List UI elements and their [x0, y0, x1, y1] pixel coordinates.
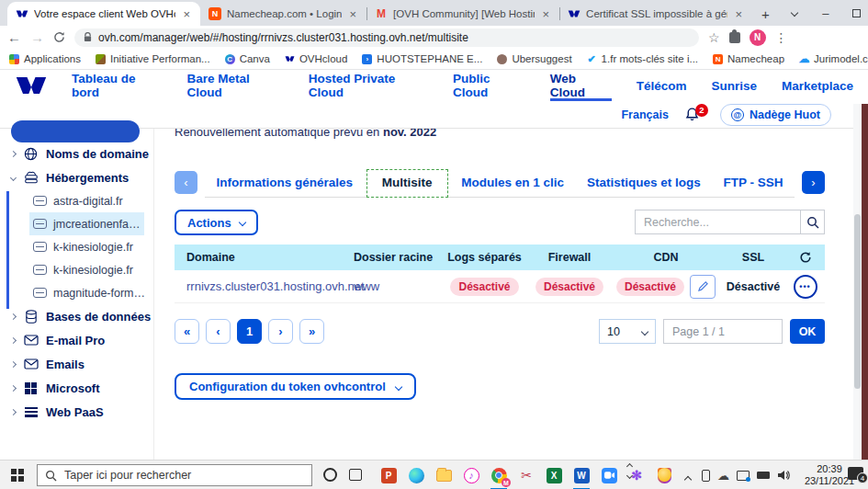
ok-button[interactable]: OK [790, 319, 825, 344]
taskbar-word-icon[interactable]: W [568, 461, 595, 489]
profile-avatar[interactable]: N [750, 29, 766, 46]
sidebar-scrolled-button[interactable] [11, 120, 140, 142]
your-phone-icon[interactable] [702, 470, 710, 482]
nav-telecom[interactable]: Télécom [637, 70, 687, 101]
kebab-menu-icon[interactable]: ⋮ [775, 30, 788, 45]
sidebar-hosting-jmcreation[interactable]: jmcreationenfa… [29, 212, 144, 235]
page-number-input[interactable] [663, 319, 783, 344]
prev-page-button[interactable]: ‹ [206, 319, 231, 344]
back-icon[interactable]: ← [7, 30, 21, 44]
nav-tableau-de-bord[interactable]: Tableau de bord [72, 70, 163, 101]
weather-icon[interactable] [658, 468, 671, 482]
bookmark-ubersuggest[interactable]: Ubersuggest [497, 53, 571, 64]
task-view-button[interactable] [349, 469, 362, 481]
ovhcloud-logo[interactable] [15, 75, 48, 96]
nav-sunrise[interactable]: Sunrise [711, 70, 757, 101]
tab-modules-1-clic[interactable]: Modules en 1 clic [452, 170, 573, 197]
tabs-scroll-right-button[interactable]: › [802, 171, 825, 194]
taskbar-excel-icon[interactable]: X [540, 461, 568, 489]
forward-icon[interactable]: → [30, 30, 44, 44]
refresh-button[interactable] [785, 251, 825, 264]
bookmark-star-icon[interactable]: ☆ [708, 30, 720, 45]
search-button[interactable] [800, 210, 824, 233]
nav-marketplace[interactable]: Marketplace [782, 70, 853, 101]
action-center-button[interactable]: 4 [848, 467, 863, 480]
scrollbar-thumb[interactable] [854, 214, 861, 389]
page-size-select[interactable]: 10 [599, 319, 656, 344]
new-tab-icon[interactable]: + [761, 6, 770, 22]
taskbar-search-input[interactable] [64, 469, 304, 482]
actions-dropdown-button[interactable]: Actions [175, 210, 258, 235]
extensions-icon[interactable] [729, 32, 740, 43]
sidebar-item-databases[interactable]: Bases de données [0, 304, 153, 328]
current-page-button[interactable]: 1 [237, 319, 262, 344]
token-config-button[interactable]: Configuration du token ovhcontrol [175, 373, 416, 400]
taskbar-powerpoint-icon[interactable]: P [375, 461, 402, 489]
nav-public-cloud[interactable]: Public Cloud [453, 70, 525, 101]
cortana-button[interactable] [323, 468, 337, 482]
taskbar-edge-icon[interactable] [402, 461, 430, 489]
sidebar-hosting-kkinesiologie-2[interactable]: k-kinesiologie.fr [29, 258, 153, 281]
bookmark-applications[interactable]: Applications [9, 53, 81, 64]
browser-tab-community[interactable]: M [OVH Community] [Web Hosting × [366, 2, 559, 26]
taskbar-zoom-icon[interactable] [595, 461, 623, 489]
tab-statistiques-logs[interactable]: Statistiques et logs [578, 170, 710, 197]
sidebar-hosting-kkinesiologie-1[interactable]: k-kinesiologie.fr [29, 235, 153, 258]
close-icon[interactable]: × [733, 7, 744, 21]
window-menu-icon[interactable] [779, 0, 810, 26]
volume-icon[interactable] [777, 470, 790, 481]
browser-tab-ssl[interactable]: Certificat SSL impossible à génér × [559, 2, 752, 26]
tabs-scroll-left-button[interactable]: ‹ [175, 171, 197, 194]
notifications-button[interactable]: 2 [685, 107, 704, 123]
browser-tab-ovh-manager[interactable]: Votre espace client Web OVHclou × [7, 2, 200, 26]
close-icon[interactable]: × [181, 7, 192, 21]
page-scrollbar[interactable] [853, 104, 862, 460]
start-button[interactable] [11, 469, 24, 482]
taskbar-scroll-chevrons[interactable] [627, 464, 632, 478]
close-icon[interactable]: × [540, 7, 551, 21]
taskbar-chrome-icon[interactable]: M [485, 461, 513, 489]
language-selector[interactable]: Français [621, 108, 668, 121]
browser-tab-namecheap[interactable]: N Namecheap.com • Login × [200, 2, 366, 26]
display-icon[interactable] [737, 471, 750, 481]
edit-cdn-button[interactable] [690, 275, 716, 299]
sidebar-item-hostings[interactable]: Hébergements [0, 165, 153, 189]
nav-hosted-private-cloud[interactable]: Hosted Private Cloud [309, 70, 428, 101]
battery-icon[interactable] [757, 472, 770, 479]
sidebar-item-web-paas[interactable]: Web PaaS [0, 400, 153, 424]
row-more-button[interactable]: ••• [794, 275, 817, 299]
last-page-button[interactable]: » [299, 319, 324, 344]
tab-multisite[interactable]: Multisite [366, 169, 448, 198]
sidebar-item-emails[interactable]: Emails [0, 352, 153, 376]
bookmark-huotstephane[interactable]: ›HUOTSTEPHANE E... [362, 53, 482, 64]
tab-informations-generales[interactable]: Informations générales [207, 170, 362, 197]
close-icon[interactable]: × [347, 7, 358, 21]
sidebar-item-email-pro[interactable]: E-mail Pro [0, 328, 153, 352]
sidebar-hosting-astra[interactable]: astra-digital.fr [29, 189, 153, 212]
tab-ftp-ssh[interactable]: FTP - SSH [715, 170, 793, 197]
taskbar-file-explorer-icon[interactable] [430, 461, 457, 489]
reload-icon[interactable] [53, 31, 65, 43]
sidebar-item-domains[interactable]: Noms de domaine [0, 142, 153, 165]
search-input[interactable] [636, 210, 800, 233]
sidebar-hosting-magnitude[interactable]: magnitude-form… [29, 281, 153, 304]
taskbar-itunes-icon[interactable]: ♪ [457, 461, 485, 489]
bookmark-ovhcloud[interactable]: OVHcloud [285, 53, 347, 64]
bookmark-1fr[interactable]: ✔1.fr mots-clés site i... [587, 53, 698, 64]
nav-web-cloud[interactable]: Web Cloud [550, 70, 612, 101]
bookmark-namecheap[interactable]: NNamecheap [713, 53, 784, 64]
onedrive-icon[interactable]: ☁ [717, 469, 729, 483]
minimize-icon[interactable]: – [810, 0, 841, 26]
bookmark-initiative[interactable]: Initiative Performan... [96, 53, 210, 64]
sidebar-item-microsoft[interactable]: Microsoft [0, 376, 153, 400]
first-page-button[interactable]: « [175, 319, 199, 344]
next-page-button[interactable]: › [268, 319, 293, 344]
bookmark-canva[interactable]: CCanva [225, 53, 270, 64]
maximize-icon[interactable] [841, 0, 868, 26]
bookmark-jurimodel[interactable]: ☁Jurimodel.com [799, 53, 868, 64]
address-bar[interactable]: ovh.com/manager/web/#/hosting/rrnivzs.cl… [74, 28, 699, 47]
user-menu-button[interactable]: @ Nadège Huot [720, 104, 831, 126]
tray-expand-icon[interactable] [685, 472, 691, 485]
taskbar-snipping-tool-icon[interactable]: ✂ [513, 461, 540, 489]
nav-bare-metal-cloud[interactable]: Bare Metal Cloud [187, 70, 284, 101]
